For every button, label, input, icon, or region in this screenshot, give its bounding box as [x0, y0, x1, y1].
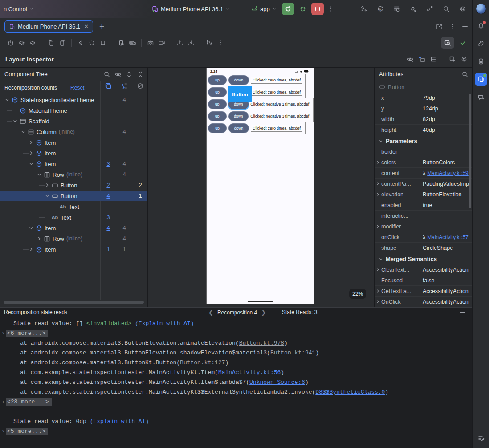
- attr-expander-icon[interactable]: [375, 299, 381, 304]
- more-run-actions[interactable]: [326, 3, 335, 15]
- tree-row-materialtheme[interactable]: MaterialTheme: [0, 105, 147, 116]
- export-snapshot-icon[interactable]: [418, 56, 425, 63]
- profiler-button[interactable]: [423, 3, 436, 15]
- stack-frame-link[interactable]: Button.kt:127: [180, 359, 225, 366]
- tree-expander-icon[interactable]: [20, 129, 27, 135]
- apply-changes-button[interactable]: A: [374, 3, 387, 15]
- screen-record-icon[interactable]: [158, 39, 165, 46]
- tree-row-button[interactable]: Button41: [0, 191, 147, 201]
- layout-inspector-toggle[interactable]: [441, 37, 454, 49]
- back-icon[interactable]: [77, 39, 84, 46]
- fold-label[interactable]: <6 more...>: [6, 330, 48, 337]
- hide-panel-icon[interactable]: [460, 312, 465, 313]
- device-settings-icon[interactable]: [118, 39, 125, 46]
- tree-row-row[interactable]: Row(inline)4: [0, 169, 147, 180]
- checkmark-icon[interactable]: [460, 39, 467, 46]
- tree-expander-icon[interactable]: [44, 193, 51, 199]
- avatar[interactable]: [476, 4, 486, 14]
- attribute-row[interactable]: width82dp: [375, 114, 472, 125]
- attribute-row[interactable]: onClickλMainActivity.kt:57: [375, 232, 472, 243]
- attr-expander-icon[interactable]: [375, 267, 381, 272]
- attribute-row[interactable]: colorsButtonColors: [375, 157, 472, 168]
- attribute-row[interactable]: OnClickAccessibilityAction: [375, 297, 472, 307]
- next-recomposition-icon[interactable]: ❯: [261, 309, 266, 316]
- tree-expander-icon[interactable]: [4, 97, 11, 103]
- attribute-row[interactable]: ClearText...AccessibilityAction: [375, 265, 472, 275]
- explain-with-ai-link[interactable]: (Explain with AI): [135, 320, 194, 327]
- up-button[interactable]: up: [208, 111, 227, 121]
- attr-expander-icon[interactable]: [375, 181, 381, 186]
- home-icon[interactable]: [88, 39, 95, 46]
- attr-expander-icon[interactable]: [375, 289, 381, 293]
- recomposition-count-link[interactable]: 1: [106, 246, 110, 253]
- source-link[interactable]: MainActivity.kt:59: [427, 170, 468, 176]
- search-icon[interactable]: [461, 71, 469, 78]
- tree-row-item[interactable]: Item: [0, 148, 147, 159]
- attr-expander-icon[interactable]: [375, 160, 381, 165]
- source-link[interactable]: MainActivity.kt:57: [427, 234, 468, 240]
- tree-expander-icon[interactable]: [28, 225, 35, 231]
- down-button[interactable]: down: [228, 111, 249, 121]
- view-options-icon[interactable]: [407, 56, 414, 63]
- collapse-all-icon[interactable]: [137, 71, 144, 78]
- stack-frame-link[interactable]: D8$$SyntheticClass:0: [315, 389, 385, 395]
- pull-file-icon[interactable]: [187, 39, 195, 46]
- attribute-row[interactable]: enabledtrue: [375, 200, 472, 211]
- tree-row-scaffold[interactable]: Scaffold: [0, 116, 147, 126]
- stack-frame-link[interactable]: Button.kt:941: [270, 350, 315, 356]
- attribute-row[interactable]: contentλMainActivity.kt:59: [375, 168, 472, 179]
- debug-button[interactable]: [297, 3, 309, 15]
- attributes-section-parameters[interactable]: Parameters: [375, 135, 472, 147]
- down-button[interactable]: down: [228, 75, 249, 85]
- attribute-row[interactable]: elevationButtonElevation: [375, 189, 472, 200]
- explain-with-ai-link[interactable]: (Explain with AI): [90, 418, 149, 425]
- rotate-right-icon[interactable]: [59, 39, 66, 46]
- more-vertical-icon[interactable]: [217, 39, 224, 46]
- tree-row-text[interactable]: AbText3: [0, 212, 147, 223]
- vcs-widget[interactable]: n Control: [4, 0, 34, 18]
- attribute-row[interactable]: contentPa...PaddingValuesImpl: [375, 179, 472, 189]
- recomposition-count-icon[interactable]: [105, 82, 112, 90]
- recomposition-count-link[interactable]: 4: [106, 192, 110, 199]
- hide-tool-window-icon[interactable]: [462, 26, 468, 27]
- tree-horizontal-scrollbar[interactable]: [4, 301, 144, 304]
- device-screen[interactable]: 2:24 updownClicked: zero times, abcdefup…: [206, 68, 314, 304]
- attribute-row[interactable]: border: [375, 147, 472, 157]
- attributes-scrollbar[interactable]: [469, 94, 471, 208]
- overview-icon[interactable]: [99, 39, 106, 46]
- notifications-button[interactable]: [475, 20, 487, 32]
- tree-row-column[interactable]: Column(inline)4: [0, 126, 147, 137]
- attr-expander-icon[interactable]: [375, 192, 381, 197]
- attach-debugger-button[interactable]: [407, 3, 420, 15]
- tree-row-stateinspectiontestertheme[interactable]: StateInspectionTesterTheme4: [0, 94, 147, 105]
- push-file-icon[interactable]: [176, 39, 183, 46]
- virtual-input-icon[interactable]: [129, 39, 136, 46]
- recomposition-count-link[interactable]: 3: [106, 160, 110, 167]
- tab-medium-phone[interactable]: Medium Phone API 36.1 ✕: [4, 20, 93, 33]
- attribute-row[interactable]: shapeCircleShape: [375, 243, 472, 253]
- assistant-button[interactable]: [475, 91, 487, 103]
- more-vertical-icon[interactable]: [449, 23, 456, 30]
- tree-row-item[interactable]: Item34: [0, 159, 147, 169]
- tree-expander-icon[interactable]: [44, 182, 51, 188]
- attribute-row[interactable]: y124dp: [375, 103, 472, 114]
- device-selector[interactable]: Medium Phone API 36.1: [151, 0, 230, 18]
- tree-row-button[interactable]: Button22: [0, 180, 147, 191]
- power-icon[interactable]: [7, 39, 14, 46]
- up-button[interactable]: up: [208, 99, 227, 109]
- inspector-settings-icon[interactable]: [460, 56, 468, 63]
- volume-down-icon[interactable]: [29, 39, 37, 46]
- run-config-selector[interactable]: app: [251, 0, 277, 18]
- stack-frame-link[interactable]: Button.kt:978: [239, 340, 284, 346]
- select-component-icon[interactable]: [449, 56, 456, 63]
- tree-expander-icon[interactable]: [36, 236, 43, 242]
- attributes-section-merged-semantics[interactable]: Merged Semantics: [375, 253, 472, 265]
- restart-activity-button[interactable]: [390, 3, 403, 15]
- open-in-window-icon[interactable]: [436, 23, 443, 30]
- ignore-count-icon[interactable]: [137, 82, 144, 90]
- tree-expander-icon[interactable]: [36, 171, 43, 178]
- down-button[interactable]: down: [228, 123, 249, 133]
- tree-expander-icon[interactable]: [12, 118, 19, 124]
- stop-button[interactable]: [311, 3, 324, 15]
- expand-fold-icon[interactable]: ›: [1, 427, 5, 436]
